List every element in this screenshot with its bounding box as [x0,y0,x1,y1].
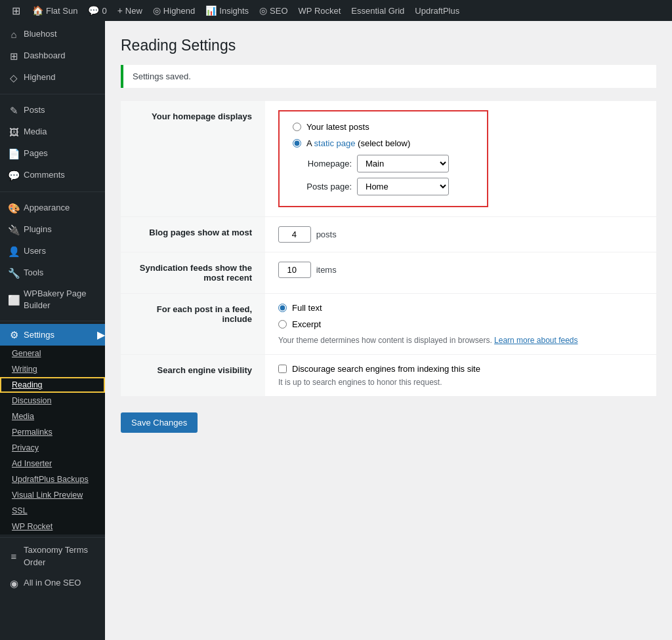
search-engine-checkbox-row: Discourage search engines from indexing … [278,364,643,374]
sidebar-item-appearance[interactable]: 🎨 Appearance [0,197,105,219]
save-changes-section: Save Changes [121,407,656,433]
sidebar-item-pages[interactable]: 📄 Pages [0,143,105,165]
plus-icon: + [117,5,123,16]
adminbar-wp-rocket[interactable]: WP Rocket [293,0,346,21]
highend-theme-icon: ◇ [8,71,20,85]
sidebar-item-wpbakery[interactable]: ⬜ WPBakery Page Builder [0,284,105,315]
radio-static-page-row: A static page (select below) [293,138,474,148]
seo-icon: ◎ [259,5,267,16]
page-title: Reading Settings [121,37,656,54]
media-icon: 🖼 [8,125,20,139]
submenu-wp-rocket[interactable]: WP Rocket [0,519,105,534]
wpbakery-icon: ⬜ [8,293,20,307]
sidebar-item-media[interactable]: 🖼 Media [0,121,105,143]
blog-pages-label: Blog pages show at most [121,217,265,252]
adminbar-new[interactable]: + New [112,0,148,21]
adminbar-site-name[interactable]: 🏠 Flat Sun [27,0,83,21]
settings-table: Your homepage displays Your latest posts… [121,101,656,397]
feed-include-row: For each post in a feed, include Full te… [121,294,656,355]
sidebar-item-posts[interactable]: ✎ Posts [0,100,105,121]
homepage-select[interactable]: Main Home About Contact [357,155,449,172]
submenu-updraftplus-backups[interactable]: UpdraftPlus Backups [0,471,105,487]
syndication-label: Syndication feeds show the most recent [121,252,265,294]
sidebar-item-bluehost[interactable]: ⌂ Bluehost [0,24,105,45]
syndication-cell: 10 items [265,252,656,294]
users-icon: 👤 [8,245,20,258]
homepage-displays-box: Your latest posts A static page (select … [278,110,488,207]
homepage-select-row: Homepage: Main Home About Contact [293,155,474,172]
dashboard-icon: ⊞ [8,49,20,63]
sidebar-item-dashboard[interactable]: ⊞ Dashboard [0,45,105,67]
homepage-displays-cell: Your latest posts A static page (select … [265,101,656,217]
adminbar-updraftplus[interactable]: UpdraftPlus [410,0,465,21]
submenu-ssl[interactable]: SSL [0,503,105,519]
static-page-link[interactable]: static page [314,138,356,148]
search-engine-label: Search engine visibility [121,355,265,397]
syndication-row: Syndication feeds show the most recent 1… [121,252,656,294]
syndication-input[interactable]: 10 [278,262,311,278]
homepage-field-label: Homepage: [293,159,352,169]
homepage-displays-label: Your homepage displays [121,101,265,217]
blog-pages-row: Blog pages show at most 4 posts [121,217,656,252]
adminbar-seo[interactable]: ◎ SEO [254,0,293,21]
blog-pages-cell: 4 posts [265,217,656,252]
learn-more-feeds-link[interactable]: Learn more about feeds [494,336,578,345]
submenu-reading[interactable]: Reading [0,377,105,393]
insights-icon: 📊 [205,5,217,16]
feed-full-text-row: Full text [278,303,643,313]
bluehost-icon: ⌂ [8,28,20,41]
latest-posts-label: Your latest posts [306,122,369,132]
submenu-ad-inserter[interactable]: Ad Inserter [0,456,105,471]
tools-icon: 🔧 [8,266,20,280]
highend-icon: ◎ [153,5,161,16]
submenu-permalinks[interactable]: Permalinks [0,424,105,440]
blog-pages-input[interactable]: 4 [278,226,311,243]
search-engine-checkbox[interactable] [278,365,287,373]
save-changes-button[interactable]: Save Changes [121,412,198,433]
adminbar-essential-grid[interactable]: Essential Grid [346,0,410,21]
submenu-general[interactable]: General [0,346,105,361]
submenu-visual-link-preview[interactable]: Visual Link Preview [0,487,105,503]
main-content: Reading Settings Settings saved. Your ho… [105,21,672,640]
feed-include-label: For each post in a feed, include [121,294,265,355]
sidebar-item-plugins[interactable]: 🔌 Plugins [0,219,105,241]
search-engine-cell: Discourage search engines from indexing … [265,355,656,397]
wp-logo[interactable]: ⊞ [5,0,27,21]
submenu-media[interactable]: Media [0,409,105,424]
search-engine-checkbox-label: Discourage search engines from indexing … [292,364,480,374]
submenu-privacy[interactable]: Privacy [0,440,105,456]
pages-icon: 📄 [8,147,20,161]
posts-page-select-row: Posts page: Home Main Blog News [293,178,474,195]
adminbar-insights[interactable]: 📊 Insights [200,0,254,21]
adminbar-comments[interactable]: 💬 0 [83,0,112,21]
radio-latest-posts-row: Your latest posts [293,122,474,132]
search-engine-description: It is up to search engines to honor this… [278,378,643,387]
blog-pages-suffix: posts [316,230,337,239]
submenu-discussion[interactable]: Discussion [0,393,105,409]
feed-excerpt-row: Excerpt [278,319,643,329]
adminbar-highend[interactable]: ◎ Highend [148,0,200,21]
home-icon: 🏠 [32,5,43,16]
feed-description: Your theme determines how content is dis… [278,336,643,345]
sidebar-item-taxonomy-terms-order[interactable]: ≡ Taxonomy Terms Order [0,540,105,572]
sidebar-item-settings[interactable]: ⚙ Settings ▶ [0,324,105,346]
sidebar-item-highend[interactable]: ◇ Highend [0,67,105,89]
radio-latest-posts[interactable] [293,123,301,131]
plugins-icon: 🔌 [8,223,20,237]
sidebar-item-comments[interactable]: 💬 Comments [0,165,105,186]
radio-full-text[interactable] [278,304,287,312]
sidebar: ⌂ Bluehost ⊞ Dashboard ◇ Highend ✎ Posts… [0,21,105,640]
comment-icon: 💬 [88,5,99,16]
excerpt-label: Excerpt [292,319,321,329]
sidebar-item-all-in-one-seo[interactable]: ◉ All in One SEO [0,572,105,594]
posts-page-field-label: Posts page: [293,182,352,191]
syndication-suffix: items [316,265,337,275]
sidebar-item-tools[interactable]: 🔧 Tools [0,262,105,284]
submenu-writing[interactable]: Writing [0,361,105,377]
posts-page-select[interactable]: Home Main Blog News [357,178,449,195]
radio-excerpt[interactable] [278,320,287,329]
sidebar-item-users[interactable]: 👤 Users [0,241,105,262]
radio-static-page[interactable] [293,139,301,148]
aio-seo-icon: ◉ [8,576,20,590]
settings-submenu: General Writing Reading Discussion Media… [0,346,105,534]
